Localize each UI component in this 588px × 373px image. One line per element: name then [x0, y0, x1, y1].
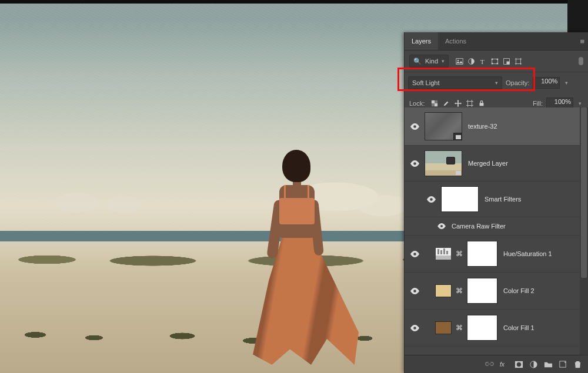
svg-rect-11 — [516, 59, 520, 63]
svg-text:T: T — [480, 58, 485, 65]
layer-name[interactable]: Camera Raw Filter — [452, 223, 506, 230]
smart-filters-mask[interactable] — [441, 186, 479, 212]
trash-icon[interactable] — [573, 360, 582, 369]
layer-name[interactable]: Hue/Saturation 1 — [503, 250, 552, 257]
fill-chevron-icon[interactable]: ▾ — [577, 100, 583, 106]
filter-toggle-icon[interactable] — [579, 57, 583, 65]
svg-point-1 — [457, 59, 459, 61]
fill-swatch[interactable] — [435, 321, 452, 334]
lock-label: Lock: — [409, 100, 425, 107]
svg-rect-14 — [435, 103, 437, 106]
link-icon[interactable]: ⌘ — [455, 324, 463, 332]
svg-rect-8 — [497, 62, 498, 63]
new-layer-icon[interactable] — [559, 360, 567, 369]
layer-name[interactable]: Color Fill 2 — [503, 287, 534, 294]
svg-rect-10 — [507, 61, 510, 64]
filter-artboard-icon[interactable] — [514, 58, 522, 65]
svg-point-30 — [413, 290, 416, 293]
layer-color-fill-1[interactable]: ⌘ Color Fill 1 — [405, 310, 588, 347]
layer-mask-thumbnail[interactable] — [467, 278, 497, 304]
visibility-icon[interactable] — [408, 288, 421, 294]
filter-kind-label: Kind — [425, 58, 438, 65]
panel-menu-icon[interactable]: ≡ — [580, 37, 584, 46]
visibility-icon[interactable] — [408, 251, 421, 257]
svg-rect-28 — [443, 248, 445, 254]
scroll-thumb[interactable] — [581, 107, 587, 278]
opacity-field[interactable]: 100% — [533, 77, 560, 89]
tab-actions[interactable]: Actions — [438, 32, 473, 50]
link-layers-icon[interactable] — [485, 360, 494, 369]
fill-swatch[interactable] — [435, 284, 452, 297]
layers-bottom-bar: fx — [405, 355, 588, 373]
svg-point-22 — [440, 225, 443, 227]
lock-brush-icon[interactable] — [442, 100, 450, 107]
layers-list: texture-32 Merged Layer Smart Filters Ca… — [405, 107, 588, 355]
layer-name[interactable]: Smart Filters — [485, 196, 521, 203]
layer-thumbnail[interactable] — [425, 112, 462, 140]
layer-name[interactable]: Merged Layer — [468, 160, 508, 167]
visibility-icon[interactable] — [408, 123, 421, 130]
fx-icon[interactable]: fx — [500, 360, 509, 369]
svg-rect-13 — [432, 100, 435, 103]
new-group-icon[interactable] — [544, 360, 553, 369]
layer-merged[interactable]: Merged Layer — [405, 146, 588, 182]
layers-panel: Layers Actions ≡ 🔍 Kind ▾ T — [404, 32, 588, 373]
opacity-label: Opacity: — [506, 79, 529, 86]
svg-rect-5 — [492, 58, 493, 59]
lock-move-icon[interactable] — [454, 100, 462, 107]
opacity-chevron-icon[interactable]: ▾ — [563, 80, 570, 86]
lock-all-icon[interactable] — [477, 100, 485, 107]
filter-kind-dropdown[interactable]: 🔍 Kind ▾ — [409, 55, 449, 68]
svg-rect-6 — [497, 58, 498, 59]
layer-mask-thumbnail[interactable] — [467, 315, 497, 341]
filter-shape-icon[interactable] — [491, 58, 499, 65]
svg-rect-15 — [435, 100, 437, 103]
new-adjustment-icon[interactable] — [529, 360, 538, 369]
filter-image-icon[interactable] — [456, 58, 463, 65]
chevron-down-icon: ▾ — [495, 80, 498, 86]
layer-filter-icons: T — [456, 58, 522, 65]
layer-hue-saturation[interactable]: ⌘ Hue/Saturation 1 — [405, 236, 588, 273]
svg-rect-24 — [436, 256, 451, 260]
svg-rect-18 — [479, 103, 483, 106]
filter-smartobject-icon[interactable] — [503, 58, 510, 65]
layer-camera-raw-filter[interactable]: Camera Raw Filter — [405, 217, 588, 236]
svg-rect-16 — [432, 103, 435, 106]
visibility-icon[interactable] — [408, 160, 421, 167]
layer-thumbnail[interactable] — [425, 150, 462, 176]
subject-figure — [259, 150, 359, 367]
svg-rect-0 — [456, 58, 463, 64]
visibility-icon[interactable] — [425, 196, 437, 203]
svg-point-34 — [517, 362, 522, 367]
layer-texture[interactable]: texture-32 — [405, 107, 588, 146]
svg-rect-17 — [467, 102, 472, 106]
layer-name[interactable]: Color Fill 1 — [503, 324, 534, 331]
add-mask-icon[interactable] — [514, 360, 523, 369]
visibility-icon[interactable] — [408, 325, 421, 331]
link-icon[interactable]: ⌘ — [455, 287, 463, 295]
layer-smart-filters-head[interactable]: Smart Filters — [405, 182, 588, 217]
svg-point-20 — [413, 162, 416, 165]
filter-type-icon[interactable]: T — [479, 58, 487, 65]
visibility-icon[interactable] — [435, 223, 448, 229]
search-icon: 🔍 — [413, 58, 422, 65]
fill-label: Fill: — [533, 100, 543, 107]
link-icon[interactable]: ⌘ — [455, 250, 463, 258]
svg-rect-27 — [440, 250, 442, 254]
layer-color-fill-2[interactable]: ⌘ Color Fill 2 — [405, 273, 588, 310]
svg-text:fx: fx — [500, 361, 505, 368]
svg-rect-7 — [492, 62, 493, 63]
tab-layers[interactable]: Layers — [405, 32, 438, 50]
adjustment-hs-icon[interactable] — [435, 247, 452, 260]
layer-mask-thumbnail[interactable] — [467, 241, 497, 267]
filter-adjustment-icon[interactable] — [467, 58, 475, 65]
panel-scrollbar[interactable] — [580, 107, 588, 355]
svg-point-21 — [430, 198, 433, 201]
svg-point-31 — [413, 327, 416, 330]
lock-pixels-icon[interactable] — [430, 100, 438, 107]
blend-mode-dropdown[interactable]: Soft Light ▾ — [408, 76, 502, 89]
lock-artboard-icon[interactable] — [466, 100, 473, 107]
svg-point-23 — [413, 253, 416, 256]
chevron-down-icon: ▾ — [442, 58, 445, 64]
layer-name[interactable]: texture-32 — [468, 123, 497, 130]
